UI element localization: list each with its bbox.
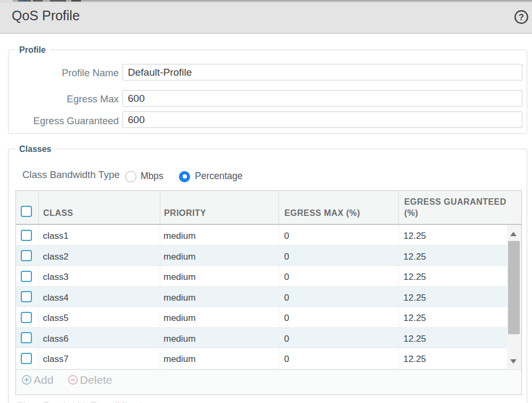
svg-text:?: ? [519, 13, 524, 22]
